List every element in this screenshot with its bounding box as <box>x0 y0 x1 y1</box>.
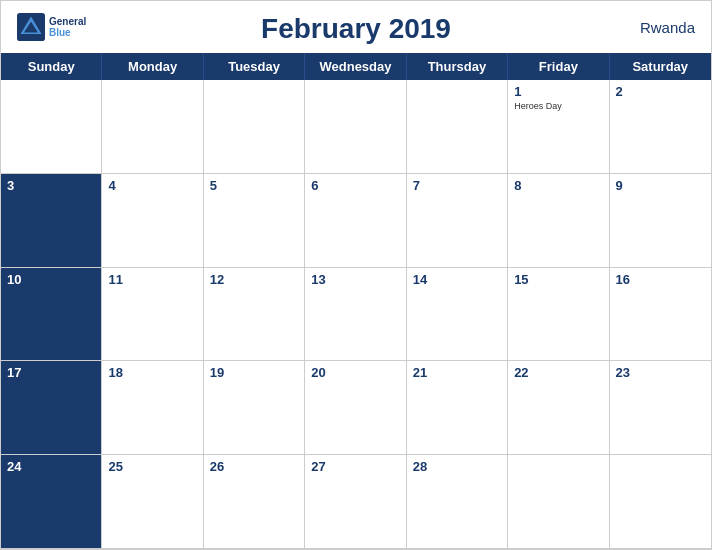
calendar-cell: 2 <box>610 80 711 174</box>
cell-event: Heroes Day <box>514 101 602 113</box>
cell-day-number: 24 <box>7 459 95 474</box>
calendar-cell: 7 <box>407 174 508 268</box>
calendar-cell: 1Heroes Day <box>508 80 609 174</box>
calendar-cell: 16 <box>610 268 711 362</box>
calendar-cell: 18 <box>102 361 203 455</box>
calendar-cell: 17 <box>1 361 102 455</box>
cell-day-number: 21 <box>413 365 501 380</box>
calendar-cell: 20 <box>305 361 406 455</box>
day-tuesday: Tuesday <box>204 53 305 80</box>
calendar-cell: 26 <box>204 455 305 549</box>
calendar-cell <box>305 80 406 174</box>
cell-day-number: 28 <box>413 459 501 474</box>
cell-day-number: 27 <box>311 459 399 474</box>
cell-day-number: 9 <box>616 178 705 193</box>
cell-day-number: 8 <box>514 178 602 193</box>
days-header: Sunday Monday Tuesday Wednesday Thursday… <box>1 53 711 80</box>
calendar-cell <box>508 455 609 549</box>
cell-day-number: 3 <box>7 178 95 193</box>
cell-day-number: 11 <box>108 272 196 287</box>
calendar-title: February 2019 <box>261 13 451 45</box>
cell-day-number: 20 <box>311 365 399 380</box>
calendar-cell <box>1 80 102 174</box>
calendar-cell: 8 <box>508 174 609 268</box>
calendar-cell: 3 <box>1 174 102 268</box>
day-monday: Monday <box>102 53 203 80</box>
day-thursday: Thursday <box>407 53 508 80</box>
calendar-cell: 12 <box>204 268 305 362</box>
calendar-cell: 19 <box>204 361 305 455</box>
cell-day-number: 18 <box>108 365 196 380</box>
cell-day-number: 13 <box>311 272 399 287</box>
cell-day-number: 6 <box>311 178 399 193</box>
calendar-cell: 25 <box>102 455 203 549</box>
calendar-cell: 5 <box>204 174 305 268</box>
day-wednesday: Wednesday <box>305 53 406 80</box>
cell-day-number: 7 <box>413 178 501 193</box>
calendar-cell: 9 <box>610 174 711 268</box>
cell-day-number: 5 <box>210 178 298 193</box>
calendar-cell: 14 <box>407 268 508 362</box>
calendar-cell <box>102 80 203 174</box>
calendar-cell: 4 <box>102 174 203 268</box>
country-label: Rwanda <box>640 19 695 36</box>
calendar-cell: 21 <box>407 361 508 455</box>
calendar-cell <box>610 455 711 549</box>
calendar-cell: 22 <box>508 361 609 455</box>
logo-icon <box>17 13 45 41</box>
calendar-cell <box>204 80 305 174</box>
calendar-cell <box>407 80 508 174</box>
calendar-cell: 13 <box>305 268 406 362</box>
cell-day-number: 14 <box>413 272 501 287</box>
cell-day-number: 26 <box>210 459 298 474</box>
cell-day-number: 25 <box>108 459 196 474</box>
logo-text: General Blue <box>49 16 86 38</box>
cell-day-number: 4 <box>108 178 196 193</box>
logo-area: General Blue <box>17 13 86 41</box>
cell-day-number: 1 <box>514 84 602 99</box>
calendar-cell: 24 <box>1 455 102 549</box>
calendar-cell: 23 <box>610 361 711 455</box>
cell-day-number: 17 <box>7 365 95 380</box>
calendar-cell: 28 <box>407 455 508 549</box>
cell-day-number: 22 <box>514 365 602 380</box>
calendar-cell: 15 <box>508 268 609 362</box>
cell-day-number: 19 <box>210 365 298 380</box>
calendar-cell: 10 <box>1 268 102 362</box>
calendar-header: General Blue February 2019 Rwanda <box>1 1 711 53</box>
cell-day-number: 10 <box>7 272 95 287</box>
cell-day-number: 15 <box>514 272 602 287</box>
calendar-container: General Blue February 2019 Rwanda Sunday… <box>0 0 712 550</box>
calendar-cell: 6 <box>305 174 406 268</box>
cell-day-number: 16 <box>616 272 705 287</box>
cell-day-number: 2 <box>616 84 705 99</box>
calendar-cell: 11 <box>102 268 203 362</box>
cell-day-number: 12 <box>210 272 298 287</box>
calendar-grid: 1Heroes Day23456789101112131415161718192… <box>1 80 711 549</box>
calendar-cell: 27 <box>305 455 406 549</box>
day-friday: Friday <box>508 53 609 80</box>
day-sunday: Sunday <box>1 53 102 80</box>
day-saturday: Saturday <box>610 53 711 80</box>
cell-day-number: 23 <box>616 365 705 380</box>
